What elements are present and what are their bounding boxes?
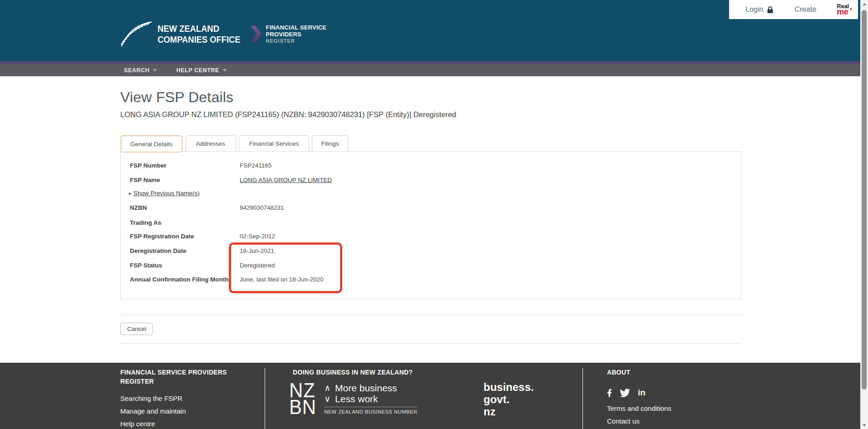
scrollbar-thumb[interactable] (862, 10, 867, 390)
field-registration-date: FSP Registration Date 02-Sep-2012 (130, 233, 275, 240)
field-fsp-number: FSP Number FSP241165 (130, 162, 271, 169)
fspr-view-fsp-details-page: NEW ZEALAND COMPANIES OFFICE FINANCIAL S… (0, 0, 868, 429)
chevron-right-icon (251, 26, 261, 42)
twitter-icon[interactable] (620, 389, 630, 397)
realme-trademark-dot (850, 8, 852, 10)
business-govt-nz-logo[interactable]: business. govt. nz (483, 381, 534, 418)
expand-triangle-icon: ▸ (129, 191, 131, 196)
caret-down-icon: ∨ (324, 394, 330, 404)
page-title: View FSP Details (120, 89, 233, 106)
login-panel: Login Create Real me (729, 0, 858, 19)
login-label: Login (745, 5, 763, 14)
detail-tabs: General Details Addresses Financial Serv… (120, 135, 348, 153)
chevron-down-icon (153, 69, 157, 72)
separator-line (120, 343, 741, 344)
footer-link-manage-maintain[interactable]: Manage and maintain (120, 407, 186, 415)
show-previous-names-link[interactable]: ▸ Show Previous Name(s) (129, 190, 200, 197)
tab-general-details[interactable]: General Details (120, 135, 182, 153)
footer-divider (265, 368, 265, 429)
companies-office-logo[interactable]: NEW ZEALAND COMPANIES OFFICE FINANCIAL S… (120, 21, 326, 47)
tab-filings[interactable]: Filings (312, 135, 348, 151)
footer-link-help-centre[interactable]: Help centre (120, 420, 155, 428)
field-nzbn: NZBN 9429030748231 (130, 204, 284, 211)
lock-icon (767, 6, 774, 14)
main-navigation: SEARCH HELP CENTRE (0, 64, 868, 76)
field-deregistration-date: Deregistration Date 18-Jun-2021 (130, 247, 274, 254)
nav-help-centre-menu[interactable]: HELP CENTRE (176, 67, 227, 74)
chevron-down-icon (222, 69, 227, 72)
silver-fern-icon (120, 21, 152, 47)
footer-link-contact-us[interactable]: Contact us (607, 417, 640, 425)
nzbn-logo[interactable]: NZ BN ∧ More business ∨ Less work NEW ZE… (289, 382, 417, 415)
separator-line (120, 315, 741, 315)
entity-summary-line: LONG ASIA GROUP NZ LIMITED (FSP241165) (… (120, 110, 456, 119)
footer-fspr-heading: FINANCIAL SERVICE PROVIDERS REGISTER (120, 368, 234, 386)
social-links: in (607, 388, 646, 398)
footer-link-terms[interactable]: Terms and conditions (607, 404, 671, 412)
companies-office-wordmark: NEW ZEALAND COMPANIES OFFICE (158, 23, 241, 45)
create-button[interactable]: Create (794, 5, 816, 14)
footer-divider (582, 368, 583, 429)
facebook-icon[interactable] (607, 388, 612, 398)
field-trading-as: Trading As (130, 219, 240, 226)
field-annual-confirmation: Annual Confirmation Filing Month June, l… (130, 276, 324, 283)
fsp-name-link[interactable]: LONG ASIA GROUP NZ LIMITED (240, 177, 332, 183)
footer-doing-business-heading: DOING BUSINESS IN NEW ZEALAND? (293, 368, 413, 377)
nav-search-menu[interactable]: SEARCH (124, 67, 157, 74)
realme-logo[interactable]: Real me (837, 3, 852, 16)
general-details-panel: FSP Number FSP241165 FSP Name LONG ASIA … (120, 151, 741, 299)
fsp-register-wordmark: FINANCIAL SERVICE PROVIDERS REGISTER (266, 24, 327, 44)
vertical-scrollbar[interactable] (860, 0, 868, 429)
nzbn-letters: NZ BN (289, 382, 316, 415)
field-fsp-name: FSP Name LONG ASIA GROUP NZ LIMITED (130, 177, 332, 183)
cancel-button[interactable]: Cancel (120, 323, 153, 335)
caret-up-icon: ∧ (324, 383, 330, 394)
scroll-down-arrow-icon[interactable] (860, 421, 868, 429)
field-fsp-status: FSP Status Deregistered (130, 262, 275, 269)
site-footer: FINANCIAL SERVICE PROVIDERS REGISTER Sea… (0, 363, 860, 429)
tab-addresses[interactable]: Addresses (185, 135, 236, 151)
site-header: NEW ZEALAND COMPANIES OFFICE FINANCIAL S… (0, 0, 868, 61)
tab-financial-services[interactable]: Financial Services (239, 135, 309, 151)
login-button[interactable]: Login (745, 5, 774, 14)
scroll-up-arrow-icon[interactable] (860, 0, 868, 8)
footer-link-searching-fspr[interactable]: Searching the FSPR (120, 394, 182, 402)
linkedin-icon[interactable]: in (638, 388, 646, 398)
footer-about-heading: ABOUT (607, 368, 630, 377)
nzbn-caption: NEW ZEALAND BUSINESS NUMBER (324, 407, 417, 414)
